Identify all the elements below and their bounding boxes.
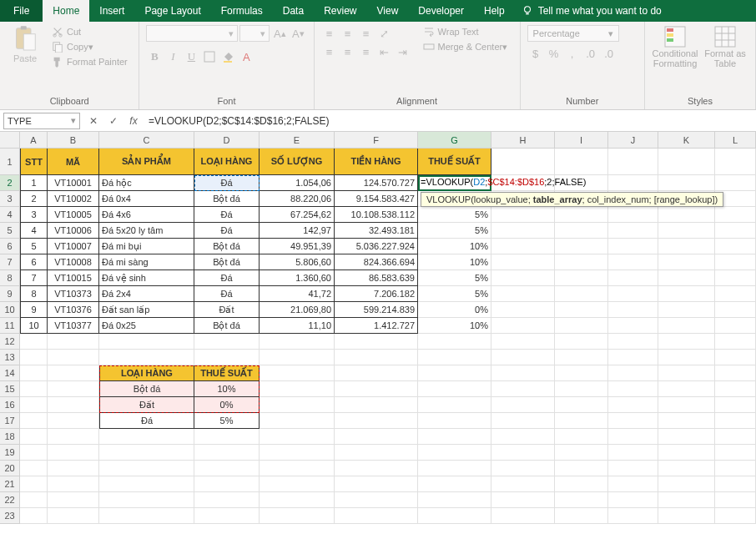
cell[interactable]: Đất san lấp bbox=[99, 302, 194, 318]
cell[interactable]: 599.214.839 bbox=[335, 302, 418, 318]
cell[interactable]: VT10015 bbox=[48, 270, 99, 286]
row-header[interactable]: 6 bbox=[0, 239, 20, 254]
lookup-header[interactable]: THUẾ SUẤT bbox=[194, 365, 260, 381]
cell[interactable] bbox=[555, 254, 608, 270]
table-header[interactable]: SẢN PHẨM bbox=[99, 149, 194, 175]
cell[interactable] bbox=[715, 207, 756, 223]
tab-insert[interactable]: Insert bbox=[89, 0, 134, 22]
align-middle-button[interactable]: ≡ bbox=[340, 25, 356, 42]
cell[interactable]: 10 bbox=[20, 318, 48, 334]
cell[interactable]: 124.570.727 bbox=[335, 175, 418, 191]
cell[interactable]: 5% bbox=[418, 270, 491, 286]
row-header[interactable]: 14 bbox=[0, 365, 20, 381]
align-top-button[interactable]: ≡ bbox=[321, 25, 338, 42]
cell[interactable]: Đá 2x4 bbox=[99, 286, 194, 302]
cell[interactable] bbox=[715, 286, 756, 302]
col-header[interactable]: J bbox=[608, 132, 658, 149]
cell[interactable]: VT10002 bbox=[48, 191, 99, 207]
table-header[interactable]: LOẠI HÀNG bbox=[194, 149, 260, 175]
cell[interactable] bbox=[608, 223, 658, 239]
cell[interactable]: 9 bbox=[20, 302, 48, 318]
cell[interactable]: 5.806,60 bbox=[260, 254, 335, 270]
cell[interactable] bbox=[715, 302, 756, 318]
cell[interactable] bbox=[491, 254, 555, 270]
conditional-formatting-button[interactable]: Conditional Formatting bbox=[652, 25, 698, 94]
tab-file[interactable]: File bbox=[0, 0, 43, 22]
cell[interactable] bbox=[555, 239, 608, 254]
align-center-button[interactable]: ≡ bbox=[340, 43, 356, 60]
table-header[interactable]: SỐ LƯỢNG bbox=[260, 149, 335, 175]
lookup-cell[interactable]: 0% bbox=[194, 397, 260, 413]
inc-decimal-button[interactable]: .0 bbox=[582, 45, 599, 62]
table-header[interactable]: MÃ bbox=[48, 149, 99, 175]
lookup-cell[interactable]: Bột đá bbox=[99, 381, 194, 397]
row-header[interactable]: 20 bbox=[0, 461, 20, 476]
orientation-button[interactable]: ⤢ bbox=[376, 25, 393, 42]
cell[interactable] bbox=[658, 175, 715, 191]
col-header[interactable]: L bbox=[715, 132, 756, 149]
cell[interactable] bbox=[491, 270, 555, 286]
align-right-button[interactable]: ≡ bbox=[358, 43, 375, 60]
cell[interactable]: VT10007 bbox=[48, 239, 99, 254]
dec-decimal-button[interactable]: .0 bbox=[601, 45, 617, 62]
cell[interactable] bbox=[658, 318, 715, 334]
cell[interactable] bbox=[658, 239, 715, 254]
cell[interactable] bbox=[715, 175, 756, 191]
decrease-font-button[interactable]: A▾ bbox=[290, 25, 306, 42]
col-header[interactable]: H bbox=[491, 132, 555, 149]
lookup-header[interactable]: LOẠI HÀNG bbox=[99, 365, 194, 381]
cell[interactable] bbox=[555, 302, 608, 318]
cell-grid[interactable]: STT MÃ SẢN PHẨM LOẠI HÀNG SỐ LƯỢNG TIỀN … bbox=[20, 149, 756, 524]
cell[interactable]: Đá bbox=[194, 223, 260, 239]
table-header[interactable]: STT bbox=[20, 149, 48, 175]
cell[interactable] bbox=[555, 270, 608, 286]
align-left-button[interactable]: ≡ bbox=[321, 43, 338, 60]
paste-button[interactable]: Paste bbox=[7, 25, 43, 94]
tell-me-search[interactable]: Tell me what you want to do bbox=[522, 5, 662, 17]
row-header[interactable]: 19 bbox=[0, 445, 20, 461]
fx-button[interactable]: fx bbox=[123, 113, 144, 129]
row-header[interactable]: 17 bbox=[0, 413, 20, 429]
cell[interactable] bbox=[658, 270, 715, 286]
row-header[interactable]: 11 bbox=[0, 318, 20, 334]
cell[interactable]: Đá 5x20 ly tâm bbox=[99, 223, 194, 239]
align-bottom-button[interactable]: ≡ bbox=[358, 25, 375, 42]
cell[interactable]: Đá bbox=[194, 175, 260, 191]
cell[interactable] bbox=[555, 223, 608, 239]
cell[interactable]: Đá bbox=[194, 286, 260, 302]
row-header[interactable]: 1 bbox=[0, 149, 20, 175]
cell[interactable]: 10% bbox=[418, 318, 491, 334]
cell[interactable] bbox=[658, 286, 715, 302]
cell[interactable]: 2 bbox=[20, 191, 48, 207]
row-header[interactable]: 21 bbox=[0, 476, 20, 492]
cell[interactable] bbox=[608, 149, 658, 175]
lookup-cell[interactable]: 5% bbox=[194, 413, 260, 429]
cell[interactable]: Đá hộc bbox=[99, 175, 194, 191]
cell[interactable]: 10.108.538.112 bbox=[335, 207, 418, 223]
cell[interactable] bbox=[608, 318, 658, 334]
tab-data[interactable]: Data bbox=[273, 0, 314, 22]
row-header[interactable]: 23 bbox=[0, 508, 20, 524]
cell[interactable]: Đất bbox=[194, 302, 260, 318]
cell[interactable]: 5% bbox=[418, 286, 491, 302]
tab-pagelayout[interactable]: Page Layout bbox=[134, 0, 210, 22]
wrap-text-button[interactable]: Wrap Text bbox=[421, 25, 510, 38]
cell[interactable] bbox=[491, 302, 555, 318]
cell[interactable]: 32.493.181 bbox=[335, 223, 418, 239]
cell[interactable]: 67.254,62 bbox=[260, 207, 335, 223]
fill-color-button[interactable] bbox=[219, 48, 236, 65]
row-header[interactable]: 5 bbox=[0, 223, 20, 239]
name-box[interactable]: TYPE▾ bbox=[3, 113, 80, 129]
percent-button[interactable]: % bbox=[546, 45, 562, 62]
col-header[interactable]: A bbox=[20, 132, 48, 149]
table-header[interactable]: THUẾ SUẤT bbox=[418, 149, 491, 175]
cell[interactable]: 7 bbox=[20, 270, 48, 286]
cell[interactable]: 4 bbox=[20, 223, 48, 239]
cell[interactable]: 1.054,06 bbox=[260, 175, 335, 191]
font-size-select[interactable]: ▾ bbox=[239, 25, 270, 42]
indent-dec-button[interactable]: ⇤ bbox=[376, 43, 393, 60]
cell[interactable] bbox=[658, 149, 715, 175]
tab-developer[interactable]: Developer bbox=[408, 0, 474, 22]
cell[interactable] bbox=[658, 207, 715, 223]
cell[interactable]: 86.583.639 bbox=[335, 270, 418, 286]
